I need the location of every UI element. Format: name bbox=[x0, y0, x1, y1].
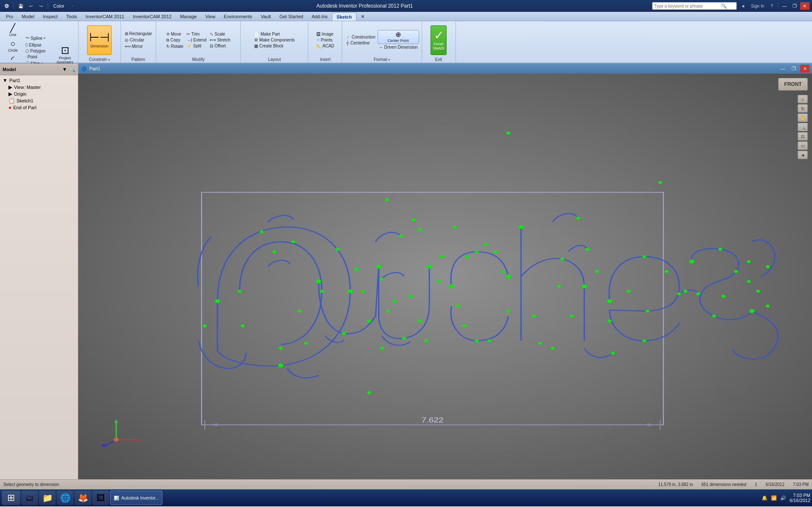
nav-zoomall-btn[interactable]: ⊡ bbox=[798, 132, 808, 141]
trim-button[interactable]: ✂ Trim bbox=[185, 31, 208, 37]
line-button[interactable]: ╱ Line bbox=[3, 23, 23, 38]
finish-sketch-button[interactable]: ✓ FinishSketch bbox=[431, 25, 447, 55]
spline-button[interactable]: 〜 Spline ▾ bbox=[24, 35, 54, 41]
tree-item-sketch1[interactable]: 📋 Sketch1 bbox=[8, 97, 76, 104]
taskbar-notification-icon[interactable]: 🔔 bbox=[762, 495, 768, 501]
start-button[interactable]: ⊞ bbox=[2, 491, 20, 505]
sidebar-toggle-icon[interactable]: 🔍 bbox=[69, 66, 75, 72]
svg-point-8 bbox=[449, 284, 454, 288]
driven-dimension-button[interactable]: ↔ Driven Dimension bbox=[378, 44, 419, 50]
move-button[interactable]: ✛ Move bbox=[165, 31, 184, 37]
viewcube[interactable]: FRONT bbox=[778, 78, 808, 91]
search-input[interactable] bbox=[654, 4, 721, 8]
acad-button[interactable]: 📐 ACAD bbox=[315, 43, 336, 49]
create-block-button[interactable]: ▦ Create Block bbox=[253, 43, 296, 49]
redo-btn[interactable]: ↪ bbox=[37, 2, 45, 10]
signin-btn[interactable]: Sign In bbox=[749, 2, 767, 10]
tab-inventorcam2011[interactable]: InventorCAM 2011 bbox=[81, 12, 129, 21]
tab-addins[interactable]: Add-Ins bbox=[307, 12, 332, 21]
circle-button[interactable]: ○ Circle bbox=[3, 39, 23, 53]
dimension-icon: ⊢⊣ bbox=[89, 32, 110, 44]
tab-sketch[interactable]: Sketch bbox=[332, 12, 357, 21]
svg-point-32 bbox=[611, 352, 614, 355]
search-box[interactable]: 🔍 ◄ ► bbox=[652, 2, 737, 10]
nav-zoom-btn[interactable]: 🔍 bbox=[798, 123, 808, 131]
minimize-button[interactable]: — bbox=[780, 2, 789, 10]
mirror-button[interactable]: ⟺ Mirror bbox=[123, 44, 154, 49]
split-button[interactable]: ⚡ Split bbox=[185, 43, 208, 49]
tree-item-view[interactable]: ▶ View: Master bbox=[8, 84, 76, 91]
extend-button[interactable]: →| Extend bbox=[185, 37, 208, 43]
tree-item-endofpart[interactable]: ● End of Part bbox=[8, 104, 76, 111]
split-icon: ⚡ bbox=[187, 44, 192, 48]
taskbar-chrome-btn[interactable]: 🌐 bbox=[57, 491, 74, 505]
nav-prev-btn[interactable]: ◄ bbox=[798, 151, 808, 159]
viewport-close-btn[interactable]: ✕ bbox=[800, 65, 809, 72]
save-btn[interactable]: 💾 bbox=[16, 2, 25, 10]
viewport-restore-btn[interactable]: ❐ bbox=[789, 65, 798, 72]
tree-item-origin[interactable]: ▶ Origin bbox=[8, 91, 76, 97]
image-viewer-icon: 🖼 bbox=[96, 493, 105, 503]
tab-vault[interactable]: Vault bbox=[256, 12, 275, 21]
nav-fwd-icon[interactable]: ► bbox=[731, 4, 735, 8]
viewport-minimize-btn[interactable]: — bbox=[778, 65, 787, 72]
circular-button[interactable]: ◎ Circular bbox=[123, 37, 154, 43]
nav-home-btn[interactable]: ⌂ bbox=[798, 95, 808, 103]
sidebar-filter-icon[interactable]: ▼ bbox=[62, 66, 67, 72]
taskbar-folder-btn[interactable]: 📁 bbox=[39, 491, 56, 505]
restore-button[interactable]: ❐ bbox=[790, 2, 799, 10]
points-button[interactable]: ⁘ Points bbox=[315, 37, 336, 43]
svg-rect-0 bbox=[78, 74, 812, 479]
tab-environments[interactable]: Environments bbox=[219, 12, 256, 21]
nav-back-icon[interactable]: ◄ bbox=[727, 4, 731, 8]
offset-button[interactable]: ⊟ Offset bbox=[208, 43, 232, 49]
viewport-content[interactable]: 7.622 FRONT ⌂ ↻ ✋ bbox=[78, 74, 812, 479]
dimension-button[interactable]: ⊢⊣ Dimension bbox=[87, 25, 112, 55]
tab-model[interactable]: Model bbox=[17, 12, 38, 21]
construction-button[interactable]: ⟋ Construction bbox=[345, 34, 376, 40]
polygon-button[interactable]: ⬡ Polygon bbox=[24, 48, 54, 54]
nav-orbit-btn[interactable]: ↻ bbox=[798, 104, 808, 113]
tab-getstarted[interactable]: Get Started bbox=[275, 12, 307, 21]
center-point-button[interactable]: ⊕ Center Point bbox=[378, 30, 419, 44]
image-button[interactable]: 🖼 Image bbox=[315, 31, 336, 37]
format-content: ⟋ Construction ┼ Centerline ⊕ Center Poi… bbox=[345, 23, 419, 57]
stretch-button[interactable]: ⟷ Stretch bbox=[208, 37, 232, 43]
taskbar-volume-icon[interactable]: 🔊 bbox=[780, 495, 786, 501]
viewport-controls: — ❐ ✕ bbox=[778, 65, 809, 72]
taskbar-explorer-btn[interactable]: 🗂 bbox=[21, 491, 38, 505]
color-dropdown[interactable]: Color bbox=[51, 3, 67, 8]
svg-point-37 bbox=[392, 300, 396, 303]
taskbar-network-icon[interactable]: 📶 bbox=[771, 495, 777, 501]
tree-sketch-icon: 📋 bbox=[8, 98, 15, 104]
copy-button[interactable]: ⧉ Copy bbox=[165, 37, 184, 43]
tab-manage[interactable]: Manage bbox=[176, 12, 201, 21]
spline-dropdown[interactable]: ▾ bbox=[44, 36, 45, 40]
tab-close[interactable]: ✕ bbox=[357, 12, 369, 21]
tab-inspect[interactable]: Inspect bbox=[38, 12, 62, 21]
help-btn[interactable]: ? bbox=[768, 2, 776, 10]
ellipse-button[interactable]: ⬯ Ellipse bbox=[24, 42, 54, 48]
taskbar-inventor-btn[interactable]: 📊 Autodesk Inventor... bbox=[110, 491, 162, 505]
tab-inventorcam2012[interactable]: InventorCAM 2012 bbox=[129, 12, 176, 21]
rotate-button[interactable]: ↻ Rotate bbox=[165, 44, 184, 49]
taskbar-image-btn[interactable]: 🖼 bbox=[92, 491, 109, 505]
rectangular-button[interactable]: ⊞ Rectangular bbox=[123, 31, 154, 36]
app-icon[interactable]: 🅐 bbox=[3, 2, 11, 10]
tab-view[interactable]: View bbox=[201, 12, 219, 21]
make-components-button[interactable]: ⚙ Make Components bbox=[253, 37, 296, 43]
scale-button[interactable]: ⤡ Scale bbox=[208, 31, 232, 37]
taskbar-firefox-btn[interactable]: 🦊 bbox=[74, 491, 91, 505]
undo-btn[interactable]: ↩ bbox=[27, 2, 35, 10]
help-icon[interactable]: ★ bbox=[739, 2, 748, 10]
centerline-button[interactable]: ┼ Centerline bbox=[345, 40, 376, 46]
make-part-button[interactable]: 📄 Make Part bbox=[253, 31, 296, 37]
close-button[interactable]: ✕ bbox=[800, 2, 809, 10]
nav-zoomwin-btn[interactable]: ▭ bbox=[798, 141, 808, 150]
tab-tools[interactable]: Tools bbox=[62, 12, 82, 21]
point-button[interactable]: · Point bbox=[24, 54, 54, 60]
color-dropdown-arrow[interactable]: ▾ bbox=[69, 2, 77, 10]
nav-pan-btn[interactable]: ✋ bbox=[798, 113, 808, 122]
tree-item-part1[interactable]: ▼ Part1 bbox=[2, 77, 76, 84]
tab-pro[interactable]: Pro bbox=[2, 12, 17, 21]
